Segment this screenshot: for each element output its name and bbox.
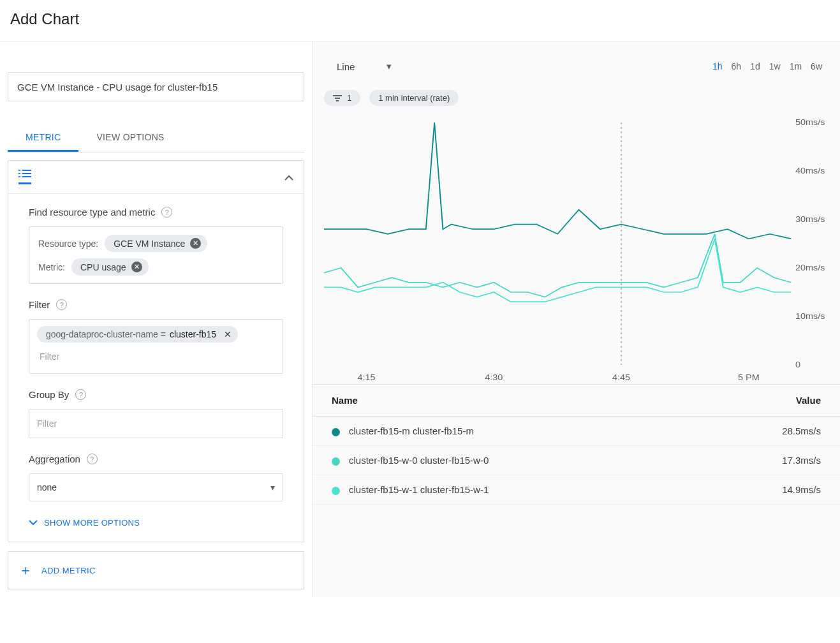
tabs: METRIC VIEW OPTIONS <box>8 124 304 152</box>
right-panel: Line ▾ 1h 6h 1d 1w 1m 6w 1 1 min interva… <box>313 41 840 597</box>
time-range-selector: 1h 6h 1d 1w 1m 6w <box>712 61 822 71</box>
legend-row[interactable]: cluster-fb15-w-1 cluster-fb15-w-114.9ms/… <box>313 475 840 505</box>
legend-value: 28.5ms/s <box>691 417 840 446</box>
help-icon[interactable]: ? <box>87 454 98 464</box>
svg-text:40ms/s: 40ms/s <box>795 166 825 175</box>
svg-text:0: 0 <box>795 360 800 369</box>
series-color-dot <box>332 487 340 495</box>
metric-chip[interactable]: CPU usage ✕ <box>71 258 149 276</box>
page-title: Add Chart <box>0 0 840 41</box>
caret-down-icon: ▾ <box>387 61 392 72</box>
legend-header-value[interactable]: Value <box>691 385 840 417</box>
legend-table: Name Value cluster-fb15-m cluster-fb15-m… <box>313 384 840 505</box>
show-more-options-button[interactable]: SHOW MORE OPTIONS <box>8 504 160 542</box>
filter-icon <box>333 95 342 101</box>
time-range-6w[interactable]: 6w <box>811 61 822 71</box>
list-icon <box>18 170 31 184</box>
resource-metric-box: Resource type: GCE VM Instance ✕ Metric:… <box>29 226 283 284</box>
tab-metric[interactable]: METRIC <box>8 124 78 152</box>
svg-text:50ms/s: 50ms/s <box>795 118 825 127</box>
series-color-dot <box>332 428 340 436</box>
left-panel: METRIC VIEW OPTIONS Find resource type a… <box>0 41 313 597</box>
tab-view-options[interactable]: VIEW OPTIONS <box>78 124 182 152</box>
time-range-1d[interactable]: 1d <box>750 61 760 71</box>
svg-text:4:45: 4:45 <box>612 373 630 382</box>
chevron-down-icon <box>29 518 38 528</box>
time-range-1h[interactable]: 1h <box>712 61 723 71</box>
svg-text:10ms/s: 10ms/s <box>795 312 825 321</box>
svg-text:4:15: 4:15 <box>358 373 376 382</box>
svg-text:30ms/s: 30ms/s <box>795 215 825 224</box>
interval-pill[interactable]: 1 min interval (rate) <box>369 90 459 106</box>
plus-icon: ＋ <box>18 561 33 580</box>
groupby-input[interactable]: Filter <box>29 409 283 438</box>
help-icon[interactable]: ? <box>56 299 67 310</box>
time-range-1w[interactable]: 1w <box>769 61 781 71</box>
close-icon[interactable]: ✕ <box>131 262 142 272</box>
svg-text:5 PM: 5 PM <box>738 373 760 382</box>
time-range-1m[interactable]: 1m <box>790 61 802 71</box>
legend-row[interactable]: cluster-fb15-m cluster-fb15-m28.5ms/s <box>313 417 840 446</box>
legend-name: cluster-fb15-w-1 cluster-fb15-w-1 <box>349 484 489 495</box>
resource-type-chip[interactable]: GCE VM Instance ✕ <box>105 235 207 252</box>
legend-value: 14.9ms/s <box>691 475 840 505</box>
add-metric-button[interactable]: ＋ ADD METRIC <box>8 551 304 589</box>
chevron-up-icon[interactable] <box>284 172 293 182</box>
help-icon[interactable]: ? <box>161 207 172 218</box>
close-icon[interactable]: ✕ <box>190 238 201 249</box>
close-icon[interactable]: ✕ <box>224 329 232 339</box>
filter-label: Filter <box>29 299 50 310</box>
find-section-label: Find resource type and metric <box>29 207 155 218</box>
legend-value: 17.3ms/s <box>691 446 840 475</box>
legend-name: cluster-fb15-w-0 cluster-fb15-w-0 <box>349 455 489 466</box>
legend-row[interactable]: cluster-fb15-w-0 cluster-fb15-w-017.3ms/… <box>313 446 840 475</box>
metric-card: Find resource type and metric ? Resource… <box>8 160 304 542</box>
metric-label: Metric: <box>38 262 65 272</box>
caret-down-icon: ▾ <box>270 482 275 492</box>
filter-chip[interactable]: goog-dataproc-cluster-name = cluster-fb1… <box>37 326 238 343</box>
resource-type-label: Resource type: <box>38 239 98 249</box>
filter-box[interactable]: goog-dataproc-cluster-name = cluster-fb1… <box>29 319 283 374</box>
series-color-dot <box>332 457 340 466</box>
aggregation-select[interactable]: none ▾ <box>29 473 283 501</box>
chart-area[interactable]: 010ms/s20ms/s30ms/s40ms/s50ms/s4:154:304… <box>324 116 834 384</box>
time-range-6h[interactable]: 6h <box>732 61 742 71</box>
aggregation-label: Aggregation <box>29 454 80 464</box>
legend-name: cluster-fb15-m cluster-fb15-m <box>349 425 474 436</box>
filter-input-placeholder[interactable]: Filter <box>37 350 275 363</box>
svg-text:20ms/s: 20ms/s <box>795 263 825 272</box>
groupby-label: Group By <box>29 389 69 400</box>
chart-type-select[interactable]: Line ▾ <box>330 57 398 76</box>
help-icon[interactable]: ? <box>75 389 86 400</box>
chart-title-input[interactable] <box>8 72 304 101</box>
filter-count-pill[interactable]: 1 <box>324 90 360 106</box>
svg-text:4:30: 4:30 <box>485 373 503 382</box>
legend-header-name[interactable]: Name <box>313 385 691 417</box>
